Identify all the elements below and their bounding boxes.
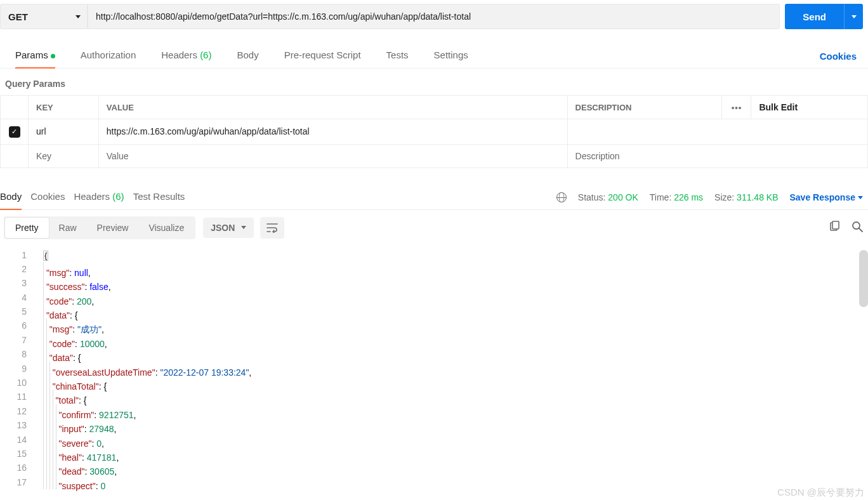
view-preview[interactable]: Preview: [87, 218, 139, 238]
url-input[interactable]: http://localhost:8080/api/demo/getData?u…: [88, 4, 780, 29]
resp-tab-cookies[interactable]: Cookies: [30, 186, 65, 209]
chevron-down-icon: [852, 15, 857, 18]
search-icon[interactable]: [852, 221, 863, 234]
param-key-placeholder[interactable]: Key: [29, 144, 99, 168]
globe-icon[interactable]: [556, 192, 567, 202]
checkbox-checked[interactable]: ✓: [9, 126, 20, 138]
param-desc-placeholder[interactable]: Description: [567, 144, 867, 168]
chevron-down-icon: [241, 226, 246, 229]
response-code[interactable]: { "msg": null, "success": false, "code":…: [33, 248, 868, 490]
svg-rect-1: [832, 221, 839, 229]
active-dot-icon: [51, 54, 55, 58]
chevron-down-icon: [76, 15, 81, 18]
cookies-link[interactable]: Cookies: [820, 51, 857, 62]
wrap-icon: [266, 223, 278, 233]
param-value-cell[interactable]: https://c.m.163.com/ug/api/wuhan/app/dat…: [98, 119, 567, 145]
query-params-table: KEY VALUE DESCRIPTION ••• Bulk Edit ✓ ur…: [0, 95, 868, 168]
copy-icon[interactable]: [829, 221, 840, 234]
view-pretty[interactable]: Pretty: [5, 218, 49, 238]
tab-body[interactable]: Body: [237, 44, 258, 68]
time-label: Time: 226 ms: [650, 192, 703, 202]
send-dropdown[interactable]: [844, 4, 863, 29]
table-row-empty[interactable]: Key Value Description: [1, 144, 868, 168]
param-value-placeholder[interactable]: Value: [98, 144, 567, 168]
tab-headers[interactable]: Headers (6): [161, 44, 211, 68]
http-method-label: GET: [8, 11, 28, 22]
table-row[interactable]: ✓ url https://c.m.163.com/ug/api/wuhan/a…: [1, 119, 868, 145]
bulk-edit-button[interactable]: Bulk Edit: [751, 96, 868, 119]
view-visualize[interactable]: Visualize: [138, 218, 194, 238]
wrap-lines-button[interactable]: [260, 217, 284, 239]
col-key: KEY: [29, 96, 99, 119]
tab-prerequest[interactable]: Pre-request Script: [284, 44, 361, 68]
send-button[interactable]: Send: [785, 4, 844, 29]
col-more-menu[interactable]: •••: [722, 96, 751, 119]
tab-settings[interactable]: Settings: [434, 44, 468, 68]
http-method-select[interactable]: GET: [0, 4, 88, 29]
query-params-heading: Query Params: [0, 69, 868, 95]
view-raw[interactable]: Raw: [49, 218, 87, 238]
watermark: CSDN @辰兮要努力: [777, 487, 864, 499]
chevron-down-icon: [858, 196, 863, 199]
resp-tab-body[interactable]: Body: [0, 186, 22, 209]
response-editor[interactable]: 1234567891011121314151617 { "msg": null,…: [0, 246, 868, 490]
col-description: DESCRIPTION: [567, 96, 722, 119]
svg-line-3: [859, 228, 862, 232]
tab-params[interactable]: Params: [15, 44, 55, 68]
svg-point-2: [853, 222, 860, 229]
save-response-button[interactable]: Save Response: [790, 192, 864, 202]
col-checkbox: [1, 96, 29, 119]
status-label: Status: 200 OK: [578, 192, 638, 202]
col-value: VALUE: [98, 96, 567, 119]
size-label: Size: 311.48 KB: [714, 192, 778, 202]
param-key-cell[interactable]: url: [29, 119, 99, 145]
tab-authorization[interactable]: Authorization: [81, 44, 136, 68]
tab-tests[interactable]: Tests: [386, 44, 409, 68]
param-desc-cell[interactable]: [567, 119, 867, 145]
scrollbar-thumb[interactable]: [859, 250, 868, 307]
resp-tab-test-results[interactable]: Test Results: [133, 186, 185, 209]
format-select[interactable]: JSON: [203, 218, 254, 238]
url-text: http://localhost:8080/api/demo/getData?u…: [96, 11, 471, 22]
resp-tab-headers[interactable]: Headers (6): [74, 186, 124, 209]
line-gutter: 1234567891011121314151617: [0, 248, 33, 490]
